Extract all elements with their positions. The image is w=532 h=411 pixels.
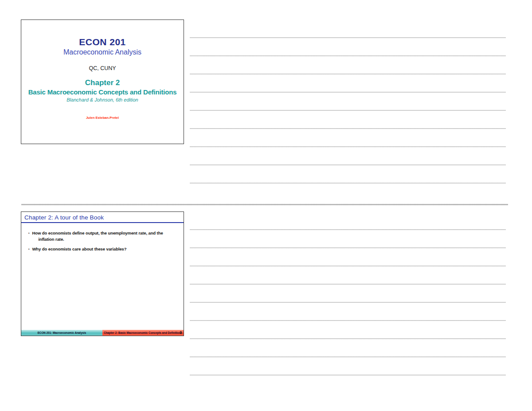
course-title: Macroeconomic Analysis bbox=[21, 48, 184, 56]
note-line bbox=[190, 356, 506, 357]
course-code: ECON 201 bbox=[21, 37, 184, 47]
slide-page-number: 2 bbox=[180, 330, 182, 336]
institution: QC, CUNY bbox=[21, 65, 184, 71]
chapter-title: Basic Macroeconomic Concepts and Definit… bbox=[21, 88, 184, 96]
note-line bbox=[190, 302, 506, 303]
note-line bbox=[190, 74, 506, 74]
bullet-text: How do economists define output, the une… bbox=[32, 230, 178, 243]
note-line bbox=[190, 247, 506, 248]
note-line bbox=[190, 284, 506, 285]
bullet-list: ▪ How do economists define output, the u… bbox=[28, 230, 178, 252]
note-line bbox=[190, 128, 506, 129]
note-line bbox=[190, 110, 506, 111]
footer-chapter-label: Chapter 2: Basic Macroeconomic Concepts … bbox=[104, 331, 182, 334]
chapter-number: Chapter 2 bbox=[21, 78, 184, 87]
note-line bbox=[190, 37, 506, 38]
author-name: Julen Esteban-Pretel bbox=[21, 116, 184, 120]
notes-lines-bottom bbox=[190, 229, 506, 393]
slide-footer: ECON 201: Macroeconomic Analysis Chapter… bbox=[21, 330, 184, 336]
footer-course-band: ECON 201: Macroeconomic Analysis bbox=[21, 330, 102, 336]
slide-2-content-slide: Chapter 2: A tour of the Book ▪ How do e… bbox=[21, 211, 184, 336]
bullet-text: Why do economists care about these varia… bbox=[32, 246, 126, 252]
notes-lines-top bbox=[190, 37, 506, 201]
section-divider bbox=[21, 204, 508, 205]
note-line bbox=[190, 92, 506, 93]
note-line bbox=[190, 183, 506, 184]
footer-chapter-band: Chapter 2: Basic Macroeconomic Concepts … bbox=[102, 330, 184, 336]
handout-page: ECON 201 Macroeconomic Analysis QC, CUNY… bbox=[0, 0, 532, 411]
note-line bbox=[190, 55, 506, 56]
slide-1-title-slide: ECON 201 Macroeconomic Analysis QC, CUNY… bbox=[21, 20, 184, 144]
note-line bbox=[190, 375, 506, 376]
slide-header: Chapter 2: A tour of the Book bbox=[21, 212, 184, 223]
note-line bbox=[190, 320, 506, 321]
bullet-marker-icon: ▪ bbox=[28, 230, 29, 243]
bullet-item: ▪ Why do economists care about these var… bbox=[28, 246, 178, 252]
note-line bbox=[190, 146, 506, 147]
textbook-edition: Blanchard & Johnson, 6th edition bbox=[21, 97, 184, 102]
bullet-item: ▪ How do economists define output, the u… bbox=[28, 230, 178, 243]
note-line bbox=[190, 338, 506, 339]
footer-course-label: ECON 201: Macroeconomic Analysis bbox=[38, 331, 86, 334]
note-line bbox=[190, 229, 506, 230]
note-line bbox=[190, 164, 506, 165]
bullet-marker-icon: ▪ bbox=[28, 246, 29, 252]
note-line bbox=[190, 266, 506, 266]
